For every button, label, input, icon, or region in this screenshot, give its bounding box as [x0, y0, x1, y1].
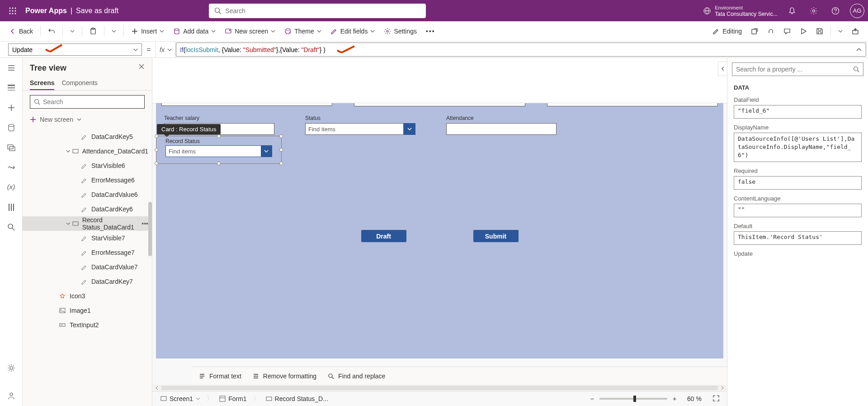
chevron-down-icon[interactable] [66, 149, 71, 153]
environment-selector[interactable]: Environment Tata Consultancy Servic... [715, 5, 778, 17]
tree-item[interactable]: StarVisible7 [23, 231, 152, 245]
tree-item[interactable]: Record Status_DataCard1••• [23, 216, 152, 231]
help-icon[interactable] [828, 4, 843, 18]
notifications-icon[interactable] [785, 4, 799, 18]
chevron-down-icon[interactable] [404, 123, 415, 135]
zoom-out-button[interactable]: − [589, 395, 596, 402]
tree-view-icon[interactable] [7, 83, 16, 92]
expand-formula-icon[interactable] [856, 47, 862, 53]
fit-screen-button[interactable] [711, 395, 722, 403]
remove-formatting-button[interactable]: Remove formatting [252, 373, 316, 380]
resize-handle[interactable] [279, 134, 283, 138]
app-name[interactable]: Power Apps [25, 7, 67, 15]
data-icon[interactable] [7, 123, 16, 132]
zoom-slider[interactable] [599, 398, 667, 400]
tree-item[interactable]: Attendance_DataCard1 [23, 144, 152, 158]
settings-icon[interactable] [807, 4, 821, 18]
tree-item[interactable]: ErrorMessage7 [23, 245, 152, 260]
formula-bar[interactable]: If(locIsSubmit, {Value: "Submitted"},{Va… [176, 43, 866, 57]
publish-button[interactable] [848, 24, 863, 38]
zoom-in-button[interactable]: + [671, 395, 678, 402]
submit-button[interactable]: Submit [473, 230, 519, 242]
tree-item[interactable]: DataCardValue7 [23, 260, 152, 274]
play-button[interactable] [796, 24, 811, 38]
tree-item[interactable]: Image1 [23, 303, 152, 318]
attendance-input[interactable] [446, 123, 557, 135]
checker-button[interactable] [764, 24, 778, 38]
media-icon[interactable] [7, 143, 16, 152]
expand-canvas-icon[interactable] [718, 62, 727, 76]
paste-dropdown[interactable] [108, 24, 120, 38]
datafield-input[interactable]: "field_6" [734, 105, 862, 119]
tab-screens[interactable]: Screens [30, 76, 54, 90]
add-data-button[interactable]: Add data [170, 24, 219, 38]
save-dropdown[interactable] [835, 24, 846, 38]
variables-icon[interactable]: (x) [7, 183, 16, 192]
tree-item[interactable]: DataCardValue6 [23, 187, 152, 202]
tree-search[interactable] [30, 95, 145, 109]
tree-item[interactable]: Icon3 [23, 289, 152, 303]
breadcrumb-form[interactable]: Form1 [217, 395, 249, 402]
record-status-combo[interactable]: Find items [165, 145, 272, 157]
new-screen-button[interactable]: New screen [221, 24, 279, 38]
global-search-input[interactable] [225, 7, 420, 14]
undo-button[interactable] [44, 24, 59, 38]
draft-button[interactable]: Draft [361, 230, 406, 242]
tree-item[interactable]: DataCardKey6 [23, 202, 152, 216]
edit-fields-button[interactable]: Edit fields [327, 24, 379, 38]
tree-body[interactable]: DataCardKey5Attendance_DataCard1StarVisi… [23, 129, 152, 406]
fx-button[interactable]: fx [156, 42, 176, 57]
breadcrumb-card[interactable]: Record Status_D... [263, 395, 331, 402]
settings-button[interactable]: Settings [380, 24, 420, 38]
properties-search-input[interactable] [736, 66, 853, 73]
properties-search[interactable] [732, 62, 863, 76]
tree-item[interactable]: DataCardKey7 [23, 274, 152, 289]
insert-icon[interactable] [7, 103, 16, 112]
user-avatar[interactable]: AG [850, 4, 864, 18]
tree-item[interactable]: DataCardKey5 [23, 129, 152, 144]
chevron-down-icon[interactable] [261, 146, 272, 157]
canvas[interactable]: *Title Teacher salary Status Find item [156, 69, 723, 358]
feedback-icon[interactable] [7, 392, 16, 401]
gear-icon[interactable] [7, 363, 16, 373]
resize-handle[interactable] [155, 148, 158, 152]
comments-button[interactable] [780, 24, 794, 38]
contentlanguage-input[interactable]: "" [734, 204, 862, 217]
back-button[interactable]: Back [5, 24, 37, 38]
resize-handle[interactable] [155, 162, 158, 165]
undo-dropdown[interactable] [66, 24, 78, 38]
tree-item[interactable]: ErrorMessage6 [23, 173, 152, 187]
canvas-horizontal-scrollbar[interactable] [152, 385, 727, 391]
more-icon[interactable]: ••• [142, 220, 148, 227]
property-selector[interactable]: Update [8, 43, 142, 56]
breadcrumb-screen[interactable]: Screen1 [158, 395, 203, 402]
theme-button[interactable]: Theme [281, 24, 325, 38]
scrollbar-thumb[interactable] [148, 202, 152, 256]
required-input[interactable]: false [734, 176, 862, 190]
status-combo[interactable]: Find items [305, 123, 415, 135]
app-launcher-icon[interactable] [4, 7, 22, 14]
search-rail-icon[interactable] [7, 223, 16, 232]
flows-icon[interactable] [7, 163, 16, 172]
find-replace-button[interactable]: Find and replace [327, 373, 385, 380]
share-button[interactable] [747, 24, 762, 38]
resize-handle[interactable] [155, 134, 158, 138]
new-screen-tree-button[interactable]: New screen [30, 113, 145, 126]
chevron-down-icon[interactable] [66, 221, 71, 226]
tree-item[interactable]: TextInput2 [23, 318, 152, 332]
hamburger-icon[interactable] [7, 63, 16, 72]
default-input[interactable]: ThisItem.'Record Status' [734, 231, 862, 245]
global-search[interactable] [209, 4, 426, 18]
tab-components[interactable]: Components [61, 76, 97, 90]
insert-button[interactable]: Insert [127, 24, 168, 38]
save-button[interactable] [812, 24, 827, 38]
resize-handle[interactable] [279, 148, 283, 152]
format-text-button[interactable]: Format text [198, 373, 241, 380]
tools-icon[interactable] [7, 203, 16, 212]
paste-button[interactable] [86, 24, 100, 38]
resize-handle[interactable] [217, 134, 221, 138]
resize-handle[interactable] [279, 162, 283, 165]
resize-handle[interactable] [217, 162, 221, 165]
displayname-input[interactable]: DataSourceInfo([@'Users List'],DataSourc… [734, 133, 862, 162]
editing-mode-button[interactable]: Editing [709, 24, 745, 38]
